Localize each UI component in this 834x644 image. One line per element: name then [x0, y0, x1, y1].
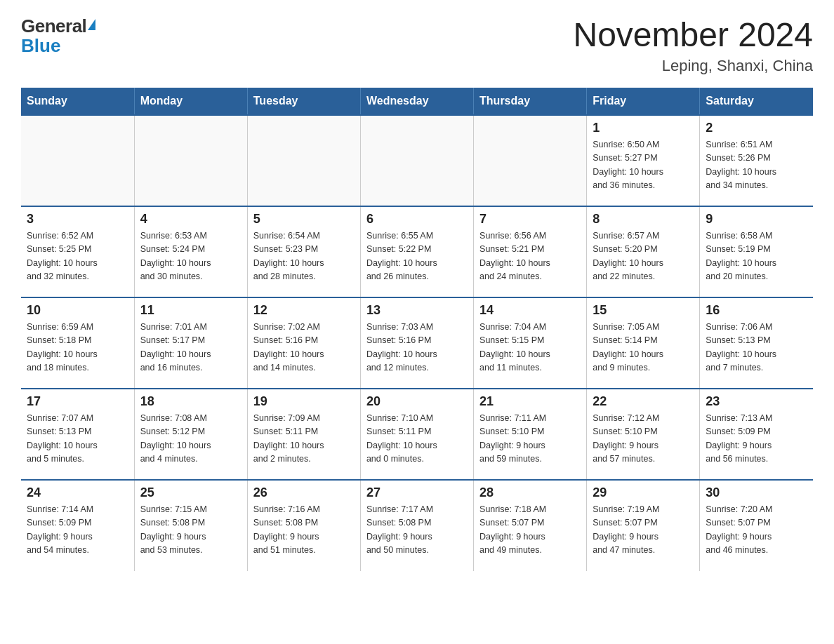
calendar-title: November 2024 [573, 17, 813, 54]
calendar-cell: 10Sunrise: 6:59 AM Sunset: 5:18 PM Dayli… [21, 297, 134, 389]
calendar-cell: 23Sunrise: 7:13 AM Sunset: 5:09 PM Dayli… [700, 389, 813, 480]
calendar-cell [247, 115, 360, 206]
day-number: 3 [27, 212, 128, 227]
calendar-cell: 7Sunrise: 6:56 AM Sunset: 5:21 PM Daylig… [474, 206, 587, 297]
day-number: 18 [140, 394, 241, 409]
day-number: 14 [479, 303, 581, 318]
logo: General Blue [21, 17, 95, 55]
calendar-week-row: 3Sunrise: 6:52 AM Sunset: 5:25 PM Daylig… [21, 206, 813, 297]
day-info: Sunrise: 6:51 AM Sunset: 5:26 PM Dayligh… [706, 138, 807, 193]
calendar-cell: 14Sunrise: 7:04 AM Sunset: 5:15 PM Dayli… [474, 297, 587, 389]
day-info: Sunrise: 7:13 AM Sunset: 5:09 PM Dayligh… [706, 412, 807, 467]
calendar-cell: 18Sunrise: 7:08 AM Sunset: 5:12 PM Dayli… [134, 389, 247, 480]
day-number: 16 [706, 303, 807, 318]
day-info: Sunrise: 6:58 AM Sunset: 5:19 PM Dayligh… [706, 229, 807, 284]
logo-general-text: General [21, 17, 86, 35]
day-info: Sunrise: 7:11 AM Sunset: 5:10 PM Dayligh… [479, 412, 581, 467]
calendar-cell: 3Sunrise: 6:52 AM Sunset: 5:25 PM Daylig… [21, 206, 134, 297]
title-area: November 2024 Leping, Shanxi, China [573, 17, 813, 75]
day-info: Sunrise: 7:10 AM Sunset: 5:11 PM Dayligh… [366, 412, 468, 467]
day-number: 20 [366, 394, 468, 409]
day-info: Sunrise: 7:06 AM Sunset: 5:13 PM Dayligh… [706, 321, 807, 375]
day-number: 6 [366, 212, 468, 227]
calendar-cell: 27Sunrise: 7:17 AM Sunset: 5:08 PM Dayli… [360, 480, 473, 571]
day-number: 10 [27, 303, 128, 318]
day-number: 4 [140, 212, 241, 227]
day-number: 19 [253, 394, 355, 409]
day-info: Sunrise: 7:08 AM Sunset: 5:12 PM Dayligh… [140, 412, 241, 467]
calendar-cell: 17Sunrise: 7:07 AM Sunset: 5:13 PM Dayli… [21, 389, 134, 480]
day-number: 9 [706, 212, 807, 227]
logo-triangle-icon [88, 19, 95, 30]
day-info: Sunrise: 7:03 AM Sunset: 5:16 PM Dayligh… [366, 321, 468, 375]
weekday-header-monday: Monday [134, 88, 247, 115]
calendar-cell: 21Sunrise: 7:11 AM Sunset: 5:10 PM Dayli… [474, 389, 587, 480]
day-info: Sunrise: 6:55 AM Sunset: 5:22 PM Dayligh… [366, 229, 468, 284]
day-number: 17 [27, 394, 128, 409]
day-number: 24 [27, 485, 128, 500]
day-info: Sunrise: 7:09 AM Sunset: 5:11 PM Dayligh… [253, 412, 355, 467]
calendar-cell: 2Sunrise: 6:51 AM Sunset: 5:26 PM Daylig… [700, 115, 813, 206]
day-number: 5 [253, 212, 355, 227]
day-info: Sunrise: 7:18 AM Sunset: 5:07 PM Dayligh… [479, 503, 581, 558]
day-info: Sunrise: 7:14 AM Sunset: 5:09 PM Dayligh… [27, 503, 128, 558]
calendar-cell: 8Sunrise: 6:57 AM Sunset: 5:20 PM Daylig… [587, 206, 700, 297]
day-info: Sunrise: 6:52 AM Sunset: 5:25 PM Dayligh… [27, 229, 128, 284]
day-number: 21 [479, 394, 581, 409]
day-number: 30 [706, 485, 807, 500]
calendar-cell: 5Sunrise: 6:54 AM Sunset: 5:23 PM Daylig… [247, 206, 360, 297]
header: General Blue November 2024 Leping, Shanx… [21, 17, 813, 75]
day-info: Sunrise: 6:56 AM Sunset: 5:21 PM Dayligh… [479, 229, 581, 284]
day-number: 26 [253, 485, 355, 500]
day-info: Sunrise: 6:59 AM Sunset: 5:18 PM Dayligh… [27, 321, 128, 375]
calendar-cell [134, 115, 247, 206]
calendar-cell: 1Sunrise: 6:50 AM Sunset: 5:27 PM Daylig… [587, 115, 700, 206]
day-info: Sunrise: 6:50 AM Sunset: 5:27 PM Dayligh… [593, 138, 694, 193]
calendar-cell: 24Sunrise: 7:14 AM Sunset: 5:09 PM Dayli… [21, 480, 134, 571]
calendar-cell: 22Sunrise: 7:12 AM Sunset: 5:10 PM Dayli… [587, 389, 700, 480]
logo-blue-text: Blue [21, 36, 60, 55]
day-number: 22 [593, 394, 694, 409]
calendar-cell: 28Sunrise: 7:18 AM Sunset: 5:07 PM Dayli… [474, 480, 587, 571]
calendar-cell: 15Sunrise: 7:05 AM Sunset: 5:14 PM Dayli… [587, 297, 700, 389]
weekday-header-thursday: Thursday [474, 88, 587, 115]
calendar-cell: 20Sunrise: 7:10 AM Sunset: 5:11 PM Dayli… [360, 389, 473, 480]
calendar-cell: 25Sunrise: 7:15 AM Sunset: 5:08 PM Dayli… [134, 480, 247, 571]
day-number: 12 [253, 303, 355, 318]
day-number: 15 [593, 303, 694, 318]
calendar-cell: 4Sunrise: 6:53 AM Sunset: 5:24 PM Daylig… [134, 206, 247, 297]
weekday-header-wednesday: Wednesday [360, 88, 473, 115]
weekday-header-row: SundayMondayTuesdayWednesdayThursdayFrid… [21, 88, 813, 115]
day-number: 11 [140, 303, 241, 318]
weekday-header-tuesday: Tuesday [247, 88, 360, 115]
day-info: Sunrise: 7:20 AM Sunset: 5:07 PM Dayligh… [706, 503, 807, 558]
calendar-cell [360, 115, 473, 206]
calendar-cell: 16Sunrise: 7:06 AM Sunset: 5:13 PM Dayli… [700, 297, 813, 389]
day-info: Sunrise: 7:05 AM Sunset: 5:14 PM Dayligh… [593, 321, 694, 375]
day-info: Sunrise: 7:17 AM Sunset: 5:08 PM Dayligh… [366, 503, 468, 558]
calendar-week-row: 17Sunrise: 7:07 AM Sunset: 5:13 PM Dayli… [21, 389, 813, 480]
calendar-week-row: 24Sunrise: 7:14 AM Sunset: 5:09 PM Dayli… [21, 480, 813, 571]
day-number: 28 [479, 485, 581, 500]
day-info: Sunrise: 6:54 AM Sunset: 5:23 PM Dayligh… [253, 229, 355, 284]
calendar-cell: 19Sunrise: 7:09 AM Sunset: 5:11 PM Dayli… [247, 389, 360, 480]
day-info: Sunrise: 6:53 AM Sunset: 5:24 PM Dayligh… [140, 229, 241, 284]
day-info: Sunrise: 7:07 AM Sunset: 5:13 PM Dayligh… [27, 412, 128, 467]
day-info: Sunrise: 7:12 AM Sunset: 5:10 PM Dayligh… [593, 412, 694, 467]
calendar-cell: 11Sunrise: 7:01 AM Sunset: 5:17 PM Dayli… [134, 297, 247, 389]
calendar-week-row: 10Sunrise: 6:59 AM Sunset: 5:18 PM Dayli… [21, 297, 813, 389]
weekday-header-sunday: Sunday [21, 88, 134, 115]
calendar-subtitle: Leping, Shanxi, China [573, 57, 813, 75]
calendar-cell [474, 115, 587, 206]
calendar-cell: 26Sunrise: 7:16 AM Sunset: 5:08 PM Dayli… [247, 480, 360, 571]
calendar-cell: 9Sunrise: 6:58 AM Sunset: 5:19 PM Daylig… [700, 206, 813, 297]
weekday-header-saturday: Saturday [700, 88, 813, 115]
day-number: 25 [140, 485, 241, 500]
day-number: 27 [366, 485, 468, 500]
day-info: Sunrise: 7:02 AM Sunset: 5:16 PM Dayligh… [253, 321, 355, 375]
day-info: Sunrise: 7:15 AM Sunset: 5:08 PM Dayligh… [140, 503, 241, 558]
day-info: Sunrise: 6:57 AM Sunset: 5:20 PM Dayligh… [593, 229, 694, 284]
calendar-cell: 6Sunrise: 6:55 AM Sunset: 5:22 PM Daylig… [360, 206, 473, 297]
calendar-cell: 30Sunrise: 7:20 AM Sunset: 5:07 PM Dayli… [700, 480, 813, 571]
day-info: Sunrise: 7:16 AM Sunset: 5:08 PM Dayligh… [253, 503, 355, 558]
